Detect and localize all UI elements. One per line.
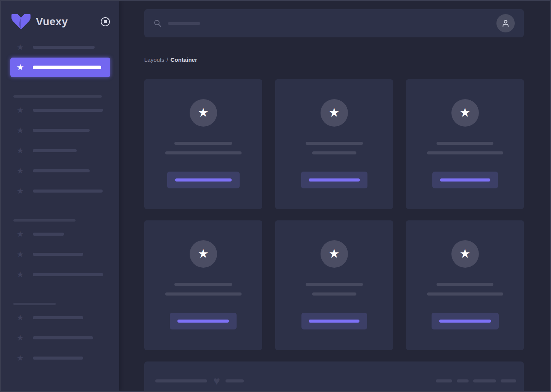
sidebar-item[interactable]: ★ <box>1 264 119 284</box>
card-button-label-skeleton <box>309 320 359 323</box>
sidebar-item-label-skeleton <box>33 273 103 276</box>
sidebar-item-active[interactable]: ★ <box>10 58 110 77</box>
sidebar-item[interactable]: ★ <box>1 244 119 264</box>
sidebar-item-label-skeleton <box>33 357 83 360</box>
vuexy-logo-icon <box>11 13 31 31</box>
sidebar-item[interactable]: ★ <box>1 307 119 328</box>
star-icon: ★ <box>16 146 24 154</box>
star-icon: ★ <box>16 167 24 175</box>
card: ★ <box>144 79 262 209</box>
sidebar-section-skeleton <box>13 95 102 98</box>
card-button[interactable] <box>301 172 367 188</box>
star-icon: ★ <box>16 354 24 362</box>
card: ★ <box>406 79 524 209</box>
sidebar: Vuexy ★ ★ ★ ★ ★ ★ ★ ★ ★ ★ ★ ★ <box>1 1 119 391</box>
sidebar-item[interactable]: ★ <box>1 181 119 201</box>
card: ★ <box>144 220 262 350</box>
star-icon: ★ <box>16 250 24 258</box>
sidebar-item-label-skeleton <box>33 190 103 193</box>
card-line-skeleton <box>174 283 232 286</box>
card-line-skeleton <box>174 142 232 145</box>
star-icon: ★ <box>16 43 24 51</box>
breadcrumb: Layouts / Container <box>144 56 524 63</box>
sidebar-item-label-skeleton <box>33 233 64 236</box>
card-line-skeleton <box>306 142 363 145</box>
footer-link-skeleton <box>473 379 496 382</box>
search-placeholder-skeleton <box>168 22 200 25</box>
menu-toggle-radio-icon[interactable] <box>101 17 110 26</box>
card-button-label-skeleton <box>439 320 491 323</box>
brand-header: Vuexy <box>1 1 119 37</box>
card-button-label-skeleton <box>175 178 232 182</box>
star-icon: ★ <box>16 126 24 134</box>
card-line-skeleton <box>306 283 363 286</box>
sidebar-section-skeleton <box>13 303 56 305</box>
card-line-skeleton <box>165 151 242 154</box>
sidebar-item[interactable]: ★ <box>1 161 119 181</box>
star-icon: ★ <box>329 247 340 261</box>
card-line-skeleton <box>312 151 356 154</box>
search-input[interactable] <box>144 9 524 37</box>
card-line-skeleton <box>312 292 356 296</box>
sidebar-item[interactable]: ★ <box>1 328 119 348</box>
footer-row: ♥ <box>155 375 516 387</box>
sidebar-item-label-skeleton <box>33 46 95 49</box>
breadcrumb-separator: / <box>167 56 168 63</box>
sidebar-nav: ★ ★ ★ ★ ★ ★ ★ ★ ★ ★ ★ ★ ★ <box>1 37 119 368</box>
star-icon: ★ <box>16 334 24 342</box>
star-icon: ★ <box>16 187 24 195</box>
person-icon <box>501 18 511 28</box>
sidebar-item-label-skeleton <box>33 149 77 152</box>
footer-links <box>436 379 516 382</box>
card-button[interactable] <box>432 172 498 188</box>
card-button-label-skeleton <box>177 320 229 323</box>
sidebar-item[interactable]: ★ <box>1 140 119 161</box>
card-avatar: ★ <box>321 99 348 127</box>
sidebar-item-label-skeleton <box>33 253 83 256</box>
star-icon: ★ <box>16 270 24 278</box>
sidebar-item-label-skeleton <box>33 109 103 112</box>
card-avatar: ★ <box>190 240 217 268</box>
card-line-skeleton <box>427 292 503 296</box>
card: ★ <box>406 220 524 350</box>
sidebar-item[interactable]: ★ <box>1 100 119 120</box>
card-button-label-skeleton <box>309 178 360 182</box>
breadcrumb-parent[interactable]: Layouts <box>144 56 164 63</box>
card-avatar: ★ <box>451 99 479 127</box>
sidebar-item-label-skeleton <box>33 66 101 69</box>
card-button[interactable] <box>170 313 237 329</box>
sidebar-item-label-skeleton <box>33 336 93 339</box>
card-button[interactable] <box>301 313 367 329</box>
footer-text-skeleton <box>226 379 244 382</box>
sidebar-item[interactable]: ★ <box>1 224 119 244</box>
star-icon: ★ <box>329 106 340 120</box>
sidebar-item[interactable]: ★ <box>1 37 119 57</box>
card: ★ <box>275 220 393 350</box>
sidebar-item-label-skeleton <box>33 169 90 172</box>
footer-link-skeleton <box>436 379 452 382</box>
card-line-skeleton <box>165 292 242 296</box>
star-icon: ★ <box>459 106 470 120</box>
search-icon <box>153 19 162 27</box>
sidebar-item[interactable]: ★ <box>1 120 119 140</box>
star-icon: ★ <box>16 230 24 238</box>
user-avatar-button[interactable] <box>496 14 515 32</box>
sidebar-section-label <box>1 95 119 98</box>
main-content: Layouts / Container ★ ★ ★ ★ <box>119 1 550 391</box>
card-line-skeleton <box>437 142 493 145</box>
footer-link-skeleton <box>457 379 469 382</box>
card-button-label-skeleton <box>440 178 490 182</box>
star-icon: ★ <box>198 106 209 120</box>
cards-grid: ★ ★ ★ ★ ★ <box>144 79 524 350</box>
card-button[interactable] <box>167 172 240 188</box>
footer-text-skeleton <box>155 379 207 382</box>
card-line-skeleton <box>427 151 503 154</box>
sidebar-item[interactable]: ★ <box>1 348 119 368</box>
breadcrumb-current: Container <box>171 56 197 63</box>
sidebar-section-label <box>1 303 119 305</box>
card-button[interactable] <box>432 313 499 329</box>
sidebar-section-label <box>1 219 119 222</box>
star-icon: ★ <box>16 106 24 114</box>
heart-icon: ♥ <box>213 375 220 387</box>
footer-card: ♥ <box>144 361 524 392</box>
